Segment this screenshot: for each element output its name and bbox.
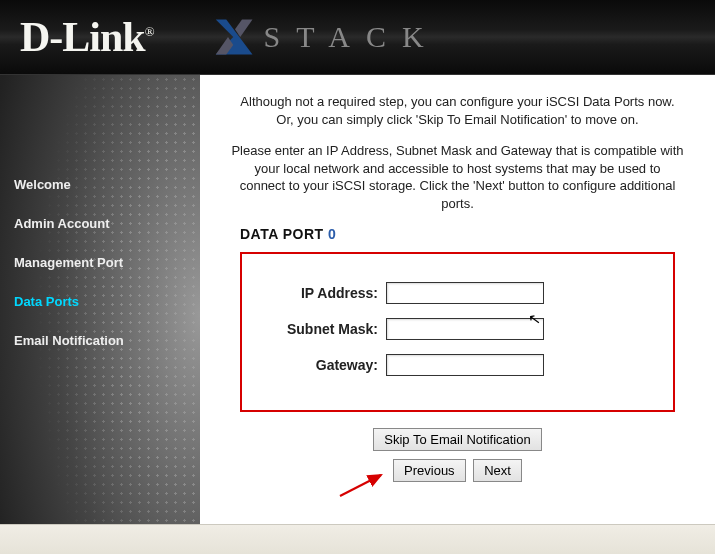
- input-gateway[interactable]: [386, 354, 544, 376]
- sidebar-item-label: Management Port: [14, 255, 123, 270]
- svg-marker-1: [235, 20, 253, 38]
- sidebar-item-label: Admin Account: [14, 216, 110, 231]
- button-row: Skip To Email Notification Previous Next: [230, 424, 685, 486]
- skip-button[interactable]: Skip To Email Notification: [373, 428, 541, 451]
- brand-logo-text: D-Link: [20, 14, 145, 60]
- intro-paragraph-1: Although not a required step, you can co…: [230, 93, 685, 128]
- intro-text: Although not a required step, you can co…: [230, 93, 685, 212]
- port-number: 0: [328, 226, 336, 242]
- sidebar: Welcome Admin Account Management Port Da…: [0, 75, 200, 554]
- body: Welcome Admin Account Management Port Da…: [0, 75, 715, 554]
- sidebar-item-label: Email Notification: [14, 333, 124, 348]
- x-icon: [214, 16, 256, 58]
- section-title-prefix: DATA PORT: [240, 226, 328, 242]
- intro-paragraph-2: Please enter an IP Address, Subnet Mask …: [230, 142, 685, 212]
- brand-reg-mark: ®: [145, 24, 154, 39]
- row-ip-address: IP Address:: [258, 282, 649, 304]
- next-button[interactable]: Next: [473, 459, 522, 482]
- product-logo: STACK: [214, 16, 440, 58]
- section-title: DATA PORT 0: [240, 226, 685, 242]
- sidebar-item-label: Data Ports: [14, 294, 79, 309]
- sidebar-item-welcome[interactable]: Welcome: [0, 165, 200, 204]
- label-subnet-mask: Subnet Mask:: [258, 321, 378, 337]
- sidebar-item-label: Welcome: [14, 177, 71, 192]
- footer-strip: [0, 524, 715, 554]
- label-gateway: Gateway:: [258, 357, 378, 373]
- sidebar-item-management-port[interactable]: Management Port: [0, 243, 200, 282]
- main-content: Although not a required step, you can co…: [200, 75, 715, 554]
- product-logo-text: STACK: [264, 20, 440, 54]
- previous-button[interactable]: Previous: [393, 459, 466, 482]
- input-subnet-mask[interactable]: [386, 318, 544, 340]
- sidebar-item-admin-account[interactable]: Admin Account: [0, 204, 200, 243]
- row-subnet-mask: Subnet Mask:: [258, 318, 649, 340]
- app-header: D-Link® STACK: [0, 0, 715, 75]
- label-ip-address: IP Address:: [258, 285, 378, 301]
- input-ip-address[interactable]: [386, 282, 544, 304]
- sidebar-item-email-notification[interactable]: Email Notification: [0, 321, 200, 360]
- brand-logo: D-Link®: [20, 13, 154, 61]
- form-container: IP Address: Subnet Mask: Gateway:: [240, 252, 675, 412]
- row-gateway: Gateway:: [258, 354, 649, 376]
- sidebar-item-data-ports[interactable]: Data Ports: [0, 282, 200, 321]
